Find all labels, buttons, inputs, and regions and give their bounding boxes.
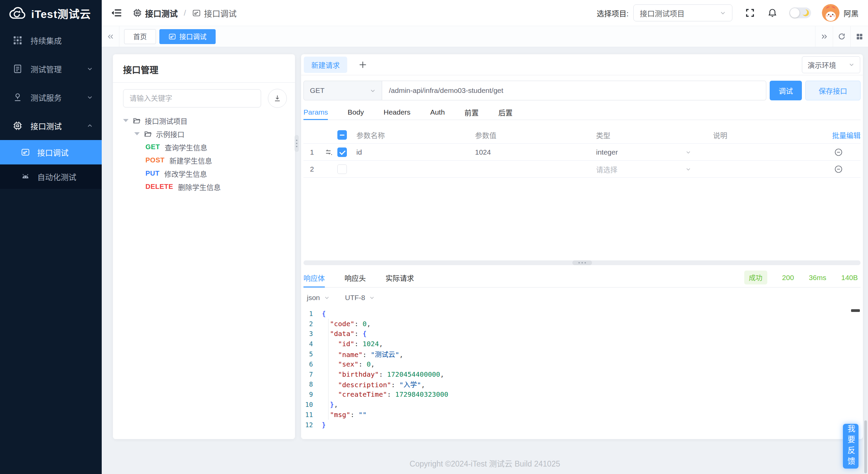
tab-options-grid-icon[interactable] [850,26,868,47]
document-icon [13,64,23,74]
notification-bell-icon[interactable] [768,8,777,18]
row-checkbox[interactable] [337,147,347,157]
chevron-down-icon [87,94,93,100]
params-table-header: 参数名称 参数值 类型 说明 批量编辑 [303,126,861,144]
tree-api-item[interactable]: POST新建学生信息 [113,154,295,167]
splitter-grip-dots [572,260,592,265]
tree-api-item[interactable]: DELETE删除学生信息 [113,180,295,193]
response-code-editor[interactable]: 1{2"code": 0,3"data": {4"id": 1024,5"nam… [303,309,861,436]
folder-icon [133,117,141,125]
drag-handle-icon[interactable] [320,148,337,156]
param-type-placeholder: 请选择 [596,164,617,174]
feedback-button[interactable]: 我要反馈 [843,424,859,469]
sidebar-item-api-debug[interactable]: 接口调试 [0,140,102,164]
add-request-tab-icon[interactable] [358,60,368,70]
response-splitter-handle[interactable] [303,260,861,265]
tab-api-debug[interactable]: 接口调试 [159,29,216,44]
environment-select[interactable]: 演示环境 [802,56,860,73]
tab-actual-request[interactable]: 实际请求 [386,268,414,287]
param-name-cell[interactable]: id [356,148,475,156]
tab-auth[interactable]: Auth [430,104,445,120]
page-tabbar: 首页 接口调试 [102,26,868,47]
select-all-checkbox[interactable] [337,130,347,140]
fullscreen-icon[interactable] [745,8,755,18]
tree-api-item[interactable]: GET查询学生信息 [113,140,295,154]
code-line: 4"id": 1024, [303,339,861,349]
tab-response-body[interactable]: 响应体 [303,268,325,287]
params-table: 参数名称 参数值 类型 说明 批量编辑 1 id 1024 [303,126,861,178]
format-select[interactable]: json [307,294,330,302]
tabs-scroll-right-icon[interactable] [815,26,833,47]
tabs-scroll-left-icon[interactable] [102,26,119,47]
http-method-select[interactable]: GET [303,81,382,100]
api-test-submenu: 接口调试 自动化测试 [0,140,102,189]
sidebar-collapse-icon[interactable] [111,8,122,18]
column-header-value: 参数值 [475,130,596,140]
sidebar-item-test-mgmt[interactable]: 测试管理 [0,55,102,83]
sidebar-item-test-service[interactable]: 测试服务 [0,83,102,112]
import-download-button[interactable] [268,89,287,108]
sidebar: iTest测试云 持续集成 测试管理 测试服务 [0,0,102,474]
code-line: 10}, [303,399,861,410]
tab-headers[interactable]: Headers [383,104,410,120]
tab-pre-script[interactable]: 前置 [465,104,479,120]
table-row: 2 请选择 [303,161,861,178]
chip-icon [133,8,142,17]
api-search-input[interactable] [123,89,261,107]
request-tab-new[interactable]: 新建请求 [304,57,347,73]
top-header: 接口测试 / 接口调试 选择项目: 接口测试项目 [102,0,868,26]
request-url-input[interactable] [382,81,766,100]
sidebar-item-auto-test[interactable]: 自动化测试 [0,164,102,189]
row-index: 2 [303,165,320,173]
download-icon [273,94,281,102]
tab-params[interactable]: Params [303,104,328,120]
stamp-icon [13,93,23,102]
sidebar-item-ci[interactable]: 持续集成 [0,26,102,55]
project-select-label: 选择项目: [597,7,629,18]
breadcrumb-label: 接口测试 [145,7,178,19]
dark-mode-toggle[interactable] [789,7,811,18]
tree-folder-item[interactable]: 接口测试项目 [113,114,295,127]
user-avatar[interactable] [822,4,840,22]
sidebar-item-api-test[interactable]: 接口测试 [0,112,102,140]
breadcrumb-label: 接口调试 [204,7,237,19]
code-line: 11"msg": "" [303,410,861,420]
tab-response-headers[interactable]: 响应头 [344,268,366,287]
tree-folder-item[interactable]: 示例接口 [113,127,295,140]
environment-value: 演示环境 [808,60,836,70]
tab-home[interactable]: 首页 [124,29,156,44]
http-method-value: GET [310,86,324,95]
chevron-down-icon [369,295,375,300]
tab-body[interactable]: Body [348,104,364,120]
tab-post-script[interactable]: 后置 [498,104,513,120]
refresh-icon[interactable] [833,26,850,47]
user-name: 阿黑 [844,7,859,18]
code-line: 12} [303,420,861,430]
chevron-down-icon [324,295,330,300]
remove-row-icon[interactable] [834,165,843,174]
project-select[interactable]: 接口测试项目 [633,4,732,21]
remove-row-icon[interactable] [834,148,843,157]
panel-splitter-handle[interactable] [295,135,299,152]
bulk-edit-link[interactable]: 批量编辑 [832,130,861,140]
save-api-button[interactable]: 保存接口 [805,81,861,100]
toggle-knob [790,8,800,18]
code-line: 3"data": { [303,329,861,339]
breadcrumb-separator: / [184,8,186,18]
tree-api-item[interactable]: PUT修改学生信息 [113,167,295,180]
param-value-cell[interactable]: 1024 [475,148,596,156]
breadcrumb-item-api-test[interactable]: 接口测试 [133,7,178,19]
caret-down-icon [134,132,140,135]
page-scrollbar-thumb[interactable] [864,420,867,473]
sidebar-item-label: 自动化测试 [37,171,76,182]
project-select-value: 接口测试项目 [640,7,685,18]
breadcrumb-item-api-debug[interactable]: 接口调试 [192,7,237,19]
param-type-select[interactable]: 请选择 [596,164,713,174]
grid-icon [13,36,23,45]
debug-button[interactable]: 调试 [770,81,802,100]
editor-scrollbar-thumb[interactable] [851,309,860,312]
encoding-select[interactable]: UTF-8 [345,294,375,302]
param-type-select[interactable]: integer [596,148,713,156]
app-logo[interactable]: iTest测试云 [0,0,102,26]
row-checkbox[interactable] [337,164,347,174]
